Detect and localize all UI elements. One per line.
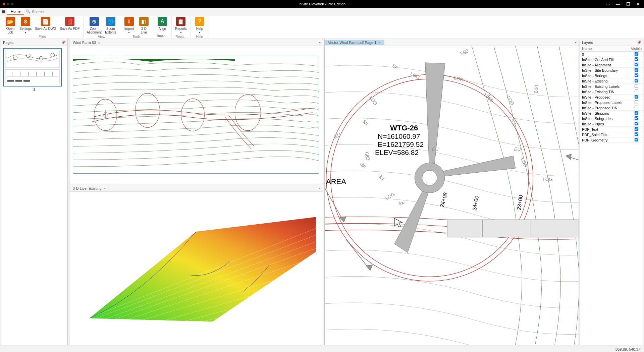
layer-name: InSite - Subgrades xyxy=(580,116,630,121)
layer-visible-checkbox[interactable] xyxy=(634,52,638,56)
align-button[interactable]: AAlign xyxy=(155,16,169,34)
search-icon: 🔍 xyxy=(26,9,31,14)
layer-visible-checkbox[interactable] xyxy=(634,138,638,141)
search-input[interactable] xyxy=(32,10,72,14)
layer-visible-checkbox[interactable] xyxy=(634,106,638,109)
log-annot: LOG xyxy=(543,177,553,182)
layer-visible-checkbox[interactable] xyxy=(634,90,638,93)
zoom-extents-button[interactable]: 🌐Zoom Extents xyxy=(104,16,118,35)
import-button[interactable]: ⇩Import ▾ xyxy=(122,16,136,35)
close-dot[interactable] xyxy=(3,3,5,5)
search-box[interactable]: 🔍 xyxy=(26,9,72,14)
app-menu-icon[interactable]: ▦ xyxy=(0,9,7,14)
eu-annot: EU xyxy=(432,146,438,152)
help-button[interactable]: ?Help ▾ xyxy=(193,16,207,35)
tab-vector-pdf[interactable]: Vector Wind Farm.pdf Page 1 × xyxy=(325,40,384,45)
panel-menu-icon[interactable]: ▾ xyxy=(573,41,579,44)
layer-row[interactable]: PDF_Solid Fills xyxy=(580,132,643,137)
layer-row[interactable]: InSite - Stripping xyxy=(580,111,643,116)
layer-row[interactable]: InSite - Existing Labels xyxy=(580,84,643,89)
tab-home[interactable]: Home xyxy=(7,8,24,15)
svg-rect-0 xyxy=(4,49,61,86)
layer-name: InSite - Borings xyxy=(580,73,630,78)
3d-live-icon: ◧ xyxy=(139,17,149,26)
window-layout-icon[interactable]: ▭ xyxy=(606,2,610,7)
layer-row[interactable]: InSite - Cut And Fill xyxy=(580,57,643,62)
settings-button[interactable]: ⚙Settings ▾ xyxy=(18,16,33,35)
pages-panel-title: Pages xyxy=(3,41,13,45)
layer-row[interactable]: 0 xyxy=(580,52,643,57)
layer-name: InSite - Alignment xyxy=(580,63,630,67)
layers-panel: Layers 📌 Name Visible 0InSite - Cut And … xyxy=(580,39,643,345)
panel-menu-icon[interactable]: ▾ xyxy=(317,41,323,44)
layer-visible-checkbox[interactable] xyxy=(634,100,638,104)
vector-view-tabs: Vector Wind Farm.pdf Page 1 × ▾ xyxy=(325,39,579,46)
pin-icon[interactable]: 📌 xyxy=(61,41,65,44)
layer-row[interactable]: InSite - Subgrades xyxy=(580,116,643,121)
layer-name: PDF_Solid Fills xyxy=(580,132,630,137)
3d-view-body[interactable] xyxy=(69,192,323,345)
layer-visible-checkbox[interactable] xyxy=(634,127,638,131)
save-dwg-button[interactable]: 📄Save As DWG xyxy=(34,16,58,35)
layer-row[interactable]: PDF_Text xyxy=(580,127,643,132)
close-icon[interactable]: ✕ xyxy=(636,2,640,7)
maximize-icon[interactable]: ❐ xyxy=(626,2,630,7)
save-pdf-button[interactable]: 📕Save As PDF xyxy=(58,16,81,35)
layer-row[interactable]: InSite - Alignment xyxy=(580,62,643,68)
svg-marker-41 xyxy=(566,154,572,160)
turbine-id-label: WTG-26 xyxy=(390,124,418,132)
layer-name: InSite - Proposed xyxy=(580,95,630,100)
pages-panel: Pages 📌 xyxy=(1,39,68,345)
layer-row[interactable]: InSite - Existing TIN xyxy=(580,89,643,95)
min-dot[interactable] xyxy=(7,3,9,5)
max-dot[interactable] xyxy=(11,3,13,5)
layer-visible-checkbox[interactable] xyxy=(634,84,638,88)
layer-name: InSite - Stripping xyxy=(580,111,630,116)
page-thumbnail[interactable] xyxy=(3,48,62,86)
save-dwg-icon: 📄 xyxy=(41,17,50,26)
open-job-button[interactable]: 📂Open Job xyxy=(3,16,17,35)
layer-visible-checkbox[interactable] xyxy=(634,95,638,99)
layer-visible-checkbox[interactable] xyxy=(634,57,638,61)
layers-body: Name Visible 0InSite - Cut And FillInSit… xyxy=(580,46,643,345)
svg-marker-39 xyxy=(366,265,372,270)
plan-view-body[interactable] xyxy=(69,46,323,184)
ribbon-button-label: Align xyxy=(159,27,166,31)
layer-name: InSite - Existing TIN xyxy=(580,90,630,94)
layer-row[interactable]: InSite - Proposed Labels xyxy=(580,100,643,105)
panel-menu-icon[interactable]: ▾ xyxy=(317,186,323,190)
layer-visible-checkbox[interactable] xyxy=(634,73,638,77)
layer-row[interactable]: InSite - Borings xyxy=(580,73,643,78)
tab-wind-farm[interactable]: Wind Farm 63 × xyxy=(69,40,104,45)
vector-view-body[interactable]: WTG-26 N=161060.97 E=1621759.52 ELEV=586… xyxy=(325,46,579,345)
layer-visible-checkbox[interactable] xyxy=(634,63,638,66)
layer-visible-checkbox[interactable] xyxy=(634,122,638,125)
layer-visible-checkbox[interactable] xyxy=(634,68,638,72)
layer-row[interactable]: InSite - Existing xyxy=(580,78,643,84)
plan-view-panel: Wind Farm 63 × ▾ xyxy=(69,39,323,184)
tab-close-icon[interactable]: × xyxy=(98,41,100,45)
layer-visible-checkbox[interactable] xyxy=(634,79,638,82)
layer-visible-checkbox[interactable] xyxy=(634,116,638,120)
tab-3d-live[interactable]: 3-D Live: Existing × xyxy=(69,186,109,191)
tab-label: Wind Farm 63 xyxy=(73,41,96,45)
layer-row[interactable]: InSite - Pipes xyxy=(580,121,643,127)
svg-rect-15 xyxy=(15,80,22,82)
pin-icon[interactable]: 📌 xyxy=(637,41,641,44)
layer-row[interactable]: InSite - Proposed TIN xyxy=(580,105,643,111)
plan-view-tabs: Wind Farm 63 × ▾ xyxy=(69,39,323,46)
layer-row[interactable]: InSite - Proposed xyxy=(580,95,643,100)
reports-button[interactable]: 📋Reports ▾ xyxy=(174,16,188,35)
layer-row[interactable]: PDF_Geometry xyxy=(580,137,643,143)
layer-name: PDF_Geometry xyxy=(580,138,630,142)
tab-close-icon[interactable]: × xyxy=(378,41,380,45)
northing-label: N=161060.97 xyxy=(378,132,420,140)
zoom-align-button[interactable]: ⊕Zoom Alignment xyxy=(86,16,103,35)
minimize-icon[interactable]: — xyxy=(616,2,620,7)
layer-visible-checkbox[interactable] xyxy=(634,111,638,115)
layer-row[interactable]: InSite - Site Boundary xyxy=(580,68,643,73)
tab-close-icon[interactable]: × xyxy=(104,186,106,190)
3d-live-button[interactable]: ◧3-D Live xyxy=(137,16,151,35)
layer-name: InSite - Cut And Fill xyxy=(580,57,630,62)
layer-visible-checkbox[interactable] xyxy=(634,132,638,136)
